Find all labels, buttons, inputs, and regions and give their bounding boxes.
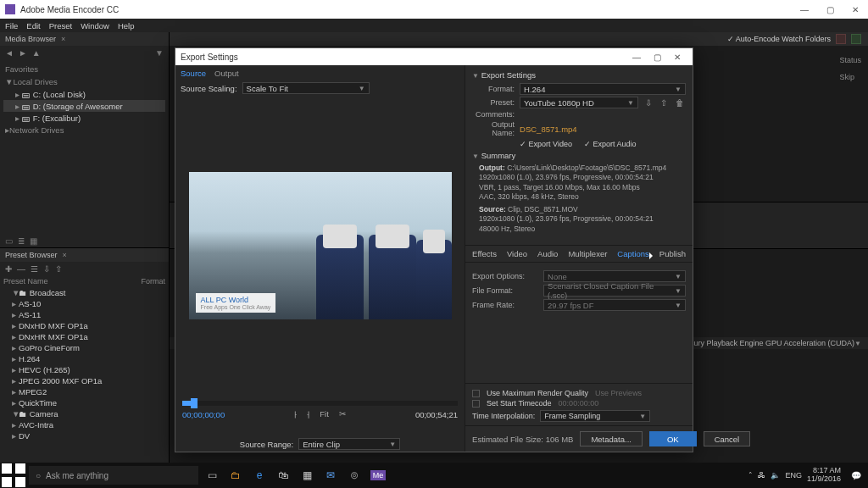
tab-output[interactable]: Output (214, 69, 239, 78)
crop-icon[interactable]: ✂ (339, 409, 346, 419)
search-box[interactable]: ○ Ask me anything (29, 466, 198, 485)
preset-settings-icon[interactable]: ☰ (31, 264, 38, 274)
export-video-checkbox[interactable]: Export Video (520, 140, 572, 148)
tree-header-local[interactable]: Local Drives (13, 77, 57, 86)
back-icon[interactable]: ◄ (5, 48, 14, 58)
export-settings-header[interactable]: Export Settings (481, 70, 536, 80)
list-view-icon[interactable]: ≣ (18, 236, 25, 246)
metadata-button[interactable]: Metadata... (580, 431, 643, 446)
tree-item[interactable]: ▸🖴 F: (Excalibur) (3, 112, 165, 124)
start-button[interactable] (0, 463, 27, 488)
start-encode-button[interactable] (851, 34, 861, 44)
tree-item[interactable]: ▸🖴 D: (Storage of Awesomer (3, 100, 165, 112)
close-button[interactable]: ✕ (843, 5, 868, 14)
fit-label[interactable]: Fit (320, 409, 329, 419)
close-icon[interactable]: × (63, 251, 67, 259)
save-preset-icon[interactable]: ⇩ (643, 98, 654, 108)
preset-item[interactable]: ▸MPEG2 (3, 386, 165, 397)
menu-preset[interactable]: Preset (49, 21, 72, 30)
menu-edit[interactable]: Edit (26, 21, 40, 30)
dialog-maximize-button[interactable]: ▢ (647, 53, 667, 62)
tray-chevron-icon[interactable]: ˄ (748, 471, 753, 480)
add-preset-icon[interactable]: ✚ (5, 264, 12, 274)
action-center-icon[interactable]: 💬 (844, 463, 868, 488)
out-point-icon[interactable]: ⸡ (307, 409, 309, 419)
time-interpolation-dropdown[interactable]: Frame Sampling▼ (540, 410, 650, 422)
dialog-minimize-button[interactable]: — (626, 53, 647, 62)
task-view-icon[interactable]: ▭ (200, 463, 224, 488)
auto-encode-checkbox[interactable]: ✓ Auto-Encode Watch Folders (727, 35, 831, 43)
export-audio-checkbox[interactable]: Export Audio (584, 140, 637, 148)
tab-publish[interactable]: Publish (659, 249, 686, 258)
maximize-button[interactable]: ▢ (817, 5, 843, 14)
menu-window[interactable]: Window (81, 21, 109, 30)
taskbar-icon[interactable]: ▦ (295, 463, 319, 488)
preset-item[interactable]: ▸H.264 (3, 353, 165, 364)
preset-item[interactable]: ▸DNxHD MXF OP1a (3, 320, 165, 331)
tray-clock[interactable]: 8:17 AM11/9/2016 (807, 467, 841, 484)
fwd-icon[interactable]: ► (19, 48, 27, 58)
preview-area[interactable]: ALL PC WorldFree Apps One Click Away (175, 96, 465, 396)
import-preset-icon[interactable]: ⇧ (659, 98, 669, 108)
taskbar-icon[interactable]: Me (366, 463, 390, 488)
tab-effects[interactable]: Effects (472, 249, 497, 258)
summary-header[interactable]: Summary (481, 151, 516, 160)
timeline-rail[interactable] (182, 401, 458, 406)
preset-item[interactable]: ▸JPEG 2000 MXF OP1a (3, 375, 165, 386)
filter-icon[interactable]: ▼ (155, 48, 164, 58)
playhead[interactable] (191, 398, 198, 408)
menu-help[interactable]: Help (118, 21, 135, 30)
taskbar-icon[interactable]: ✉ (319, 463, 342, 488)
grid-view-icon[interactable]: ▦ (30, 236, 37, 246)
tray-volume-icon[interactable]: 🔈 (771, 471, 780, 480)
taskbar-icon[interactable]: 🛍 (271, 463, 295, 488)
tab-video[interactable]: Video (507, 249, 527, 258)
preset-item[interactable]: ▸DV (3, 430, 165, 441)
tray-language[interactable]: ENG (785, 471, 802, 480)
taskbar-icon[interactable]: e (248, 463, 271, 488)
menu-file[interactable]: File (5, 21, 18, 30)
max-render-quality-checkbox[interactable] (472, 390, 480, 397)
remove-preset-icon[interactable]: — (17, 264, 25, 274)
ok-button[interactable]: OK (649, 431, 697, 446)
preset-item[interactable]: ▸DNxHR MXF OP1a (3, 331, 165, 342)
source-scaling-dropdown[interactable]: Scale To Fit▼ (242, 82, 370, 94)
tab-multiplexer[interactable]: Multiplexer (568, 249, 607, 258)
minimize-button[interactable]: — (792, 5, 817, 14)
export-icon[interactable]: ⇧ (55, 264, 62, 274)
panel-tab-preset-browser[interactable]: Preset Browser (5, 251, 58, 259)
up-icon[interactable]: ▲ (32, 48, 41, 58)
panel-tab-media-browser[interactable]: Media Browser (5, 35, 56, 43)
preset-item[interactable]: ▸GoPro CineForm (3, 342, 165, 353)
preset-item[interactable]: ▸QuickTime (3, 397, 165, 408)
close-icon[interactable]: × (61, 35, 65, 43)
preset-group[interactable]: Broadcast (30, 288, 66, 297)
tab-source[interactable]: Source (181, 69, 206, 78)
preset-item[interactable]: ▸AVC-Intra (3, 419, 165, 430)
format-dropdown[interactable]: H.264▼ (520, 83, 686, 95)
in-point-icon[interactable]: ⸠ (294, 409, 297, 419)
import-icon[interactable]: ⇩ (43, 264, 50, 274)
delete-preset-icon[interactable]: 🗑 (674, 98, 686, 108)
timecode-in[interactable]: 00;00;00;00 (182, 410, 225, 419)
tab-captions[interactable]: Captions (617, 249, 649, 258)
preset-item[interactable]: ▸AS-10 (3, 298, 165, 309)
preset-item[interactable]: ▸AS-11 (3, 309, 165, 320)
cancel-button[interactable]: Cancel (704, 431, 751, 446)
thumb-size-icon[interactable]: ▭ (5, 236, 13, 246)
tree-item[interactable]: ▸🖴 C: (Local Disk) (3, 88, 165, 100)
preset-item[interactable]: ▸HEVC (H.265) (3, 364, 165, 375)
preset-dropdown[interactable]: YouTube 1080p HD▼ (520, 97, 638, 108)
export-options-dropdown[interactable]: None▼ (543, 270, 686, 282)
start-timecode-checkbox[interactable] (472, 400, 480, 408)
source-range-dropdown[interactable]: Entire Clip▼ (298, 438, 400, 450)
taskbar-icon[interactable]: 🗀 (224, 463, 248, 488)
taskbar-icon[interactable]: ⊚ (342, 463, 366, 488)
tree-header-network[interactable]: Network Drives (9, 125, 64, 135)
output-name-link[interactable]: DSC_8571.mp4 (520, 125, 577, 134)
stop-encode-button[interactable] (836, 34, 846, 44)
preset-group[interactable]: Camera (30, 409, 58, 419)
dialog-close-button[interactable]: ✕ (667, 53, 687, 62)
tab-audio[interactable]: Audio (537, 249, 558, 258)
tray-network-icon[interactable]: 🖧 (758, 471, 765, 480)
